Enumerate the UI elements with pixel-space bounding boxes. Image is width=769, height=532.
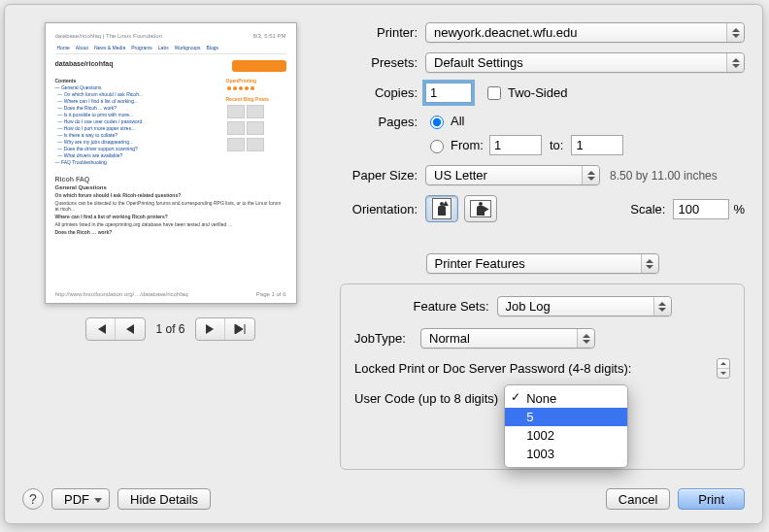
pages-all-radio[interactable] (430, 116, 444, 129)
pages-label: Pages: (340, 113, 425, 129)
preview-title: database/ricohfaq (55, 60, 114, 67)
user-code-option-1002[interactable]: 1002 (505, 426, 627, 445)
user-code-label: User Code (up to 8 digits) (354, 391, 498, 406)
two-sided-label: Two-Sided (508, 85, 567, 100)
pager-fwd-group (195, 317, 255, 341)
cancel-button[interactable]: Cancel (606, 488, 670, 510)
first-page-button[interactable] (86, 318, 116, 340)
pages-from-input[interactable] (489, 135, 542, 155)
preview-header-right: 8/3, 5:51 PM (252, 33, 285, 39)
orientation-portrait-button[interactable] (425, 195, 458, 222)
presets-label: Presets: (340, 55, 425, 70)
user-code-option-none[interactable]: None (505, 389, 627, 408)
pager-back-group (85, 317, 146, 341)
job-type-select[interactable]: Normal (420, 328, 595, 349)
last-page-button[interactable] (225, 318, 254, 340)
help-button[interactable]: ? (22, 488, 44, 510)
hide-details-button[interactable]: Hide Details (117, 488, 211, 510)
dialog-body: database/ricohfaq | The Linux Foundation… (22, 22, 745, 467)
print-dialog: database/ricohfaq | The Linux Foundation… (4, 4, 763, 524)
two-sided-checkbox[interactable] (487, 86, 501, 100)
pdf-menu-button[interactable]: PDF (51, 488, 110, 510)
scale-input[interactable] (673, 199, 729, 219)
print-button[interactable]: Print (678, 488, 745, 510)
copies-input[interactable] (425, 83, 472, 103)
pages-to-label: to: (550, 138, 563, 152)
feature-sets-select[interactable]: Job Log (497, 296, 672, 316)
printer-select[interactable]: newyork.deacnet.wfu.edu (425, 22, 745, 43)
user-code-option-5[interactable]: 5 (505, 408, 627, 426)
prev-page-button[interactable] (116, 318, 145, 340)
paper-size-select[interactable]: US Letter (425, 165, 600, 185)
job-type-label: JobType: (354, 331, 420, 346)
preview-header-left: database/ricohfaq | The Linux Foundation (55, 33, 163, 39)
locked-password-label: Locked Print or Doc Server Password (4-8… (354, 361, 631, 376)
preview-column: database/ricohfaq | The Linux Foundation… (22, 22, 318, 467)
next-page-button[interactable] (196, 318, 225, 340)
dialog-footer: ? PDF Hide Details Cancel Print (22, 488, 745, 510)
presets-select[interactable]: Default Settings (425, 52, 745, 73)
user-code-menu[interactable]: None 5 1002 1003 (504, 384, 628, 468)
user-code-option-1003[interactable]: 1003 (505, 445, 627, 463)
preview-pager: 1 of 6 (85, 317, 254, 341)
section-select[interactable]: Printer Features (426, 253, 659, 274)
locked-password-stepper[interactable] (717, 358, 730, 379)
orientation-landscape-button[interactable] (464, 195, 497, 222)
scale-label: Scale: (630, 202, 665, 216)
orientation-label: Orientation: (340, 202, 425, 216)
pages-all-label: All (451, 114, 464, 128)
pages-from-radio[interactable] (430, 140, 444, 153)
settings-column: Printer: newyork.deacnet.wfu.edu Presets… (340, 22, 745, 467)
pages-to-input[interactable] (571, 135, 623, 155)
pages-from-label: From: (451, 138, 484, 152)
scale-unit: % (733, 202, 745, 216)
printer-features-group: Feature Sets: Job Log JobType: Normal Lo… (340, 283, 745, 470)
feature-sets-label: Feature Sets: (413, 299, 488, 314)
printer-label: Printer: (340, 25, 425, 40)
print-preview: database/ricohfaq | The Linux Foundation… (45, 22, 297, 304)
paper-dimensions: 8.50 by 11.00 inches (610, 169, 718, 183)
page-indicator: 1 of 6 (155, 322, 184, 336)
paper-size-label: Paper Size: (340, 168, 425, 183)
copies-label: Copies: (340, 85, 425, 100)
